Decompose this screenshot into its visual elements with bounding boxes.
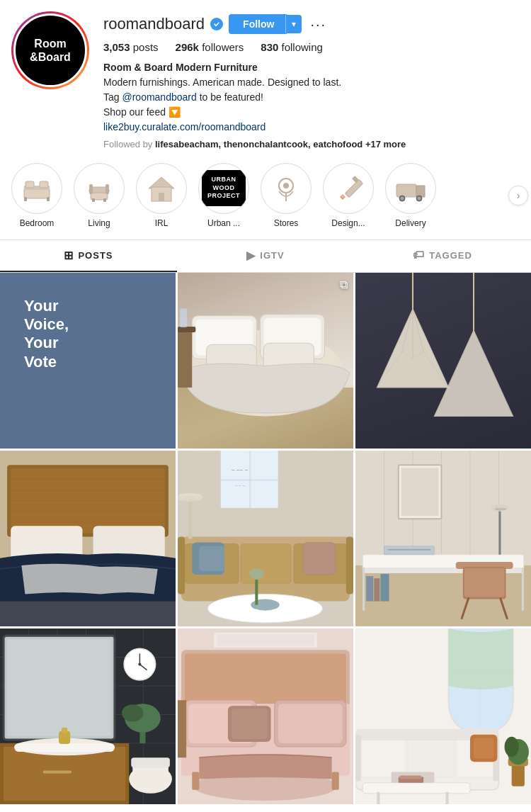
location-icon <box>269 171 303 205</box>
svg-rect-78 <box>199 546 224 570</box>
svg-rect-161 <box>359 737 406 777</box>
svg-rect-10 <box>92 198 95 202</box>
highlight-stores[interactable]: Stores <box>261 163 312 228</box>
username: roomandboard <box>103 15 205 33</box>
highlights-next-arrow[interactable]: › <box>508 186 528 205</box>
grid-item-8[interactable] <box>178 628 353 804</box>
grid-item-4[interactable] <box>0 451 176 626</box>
tab-igtv[interactable]: ▶ IGTV <box>177 240 354 272</box>
avatar-inner: Room&Board <box>13 13 87 87</box>
post-3-image <box>355 273 531 449</box>
following-count: 830 <box>261 41 278 53</box>
svg-point-82 <box>178 492 202 501</box>
post-7-image <box>0 628 176 804</box>
svg-point-139 <box>138 662 141 665</box>
following-stat[interactable]: 830 following <box>261 41 323 53</box>
igtv-icon: ▶ <box>246 249 256 262</box>
tab-tagged-label: TAGGED <box>429 250 472 261</box>
highlight-bedroom[interactable]: Bedroom <box>11 163 62 228</box>
svg-point-111 <box>491 504 508 511</box>
svg-rect-158 <box>332 772 339 789</box>
bio-section: Room & Board Modern Furniture Modern fur… <box>103 60 520 152</box>
grid-item-2[interactable]: ⧉ <box>178 273 353 449</box>
svg-rect-20 <box>396 184 416 197</box>
grid-item-1[interactable]: YourVoice,YourVote <box>0 273 176 449</box>
svg-rect-131 <box>62 727 67 733</box>
grid-item-7[interactable] <box>0 628 176 804</box>
follow-button[interactable]: Follow <box>229 14 288 34</box>
svg-rect-127 <box>7 639 111 736</box>
username-row: roomandboard Follow▾ ··· <box>103 14 520 34</box>
svg-rect-35 <box>178 326 195 332</box>
followed-by-more[interactable]: +17 more <box>365 139 406 150</box>
followers-label: followers <box>202 41 244 53</box>
tab-posts[interactable]: ⊞ POSTS <box>0 240 177 272</box>
grid-item-5[interactable]: ~ ~~ ~ ~ ~ ~ <box>178 451 353 626</box>
posts-stat[interactable]: 3,053 posts <box>103 41 159 53</box>
svg-rect-157 <box>192 772 199 789</box>
svg-rect-4 <box>24 197 27 201</box>
stats-row: 3,053 posts 296k followers 830 following <box>103 41 520 53</box>
svg-rect-9 <box>105 184 109 194</box>
avatar-wrapper[interactable]: Room&Board <box>11 11 89 89</box>
truck-icon <box>394 171 428 205</box>
highlight-living[interactable]: Living <box>74 163 125 228</box>
tab-posts-label: POSTS <box>78 250 113 261</box>
highlight-irl[interactable]: IRL <box>136 163 187 228</box>
svg-rect-75 <box>346 536 353 594</box>
svg-rect-165 <box>355 734 361 781</box>
svg-rect-124 <box>43 770 72 773</box>
follow-dropdown-button[interactable]: ▾ <box>285 15 302 33</box>
svg-rect-168 <box>474 738 493 757</box>
highlight-urban-wood[interactable]: URBANWOODPROJECT Urban ... <box>198 163 249 228</box>
multi-photo-icon: ⧉ <box>340 278 348 291</box>
tagged-icon: 🏷 <box>413 249 425 261</box>
svg-point-134 <box>122 704 143 721</box>
more-options-button[interactable]: ··· <box>307 16 329 33</box>
svg-rect-81 <box>188 495 192 538</box>
bio-line2: Tag @roomandboard to be featured! <box>103 90 520 105</box>
house-icon <box>144 171 178 205</box>
svg-rect-8 <box>89 184 93 194</box>
highlight-design[interactable]: Design... <box>323 163 374 228</box>
tab-tagged[interactable]: 🏷 TAGGED <box>354 240 531 272</box>
svg-rect-93 <box>401 468 439 516</box>
svg-rect-99 <box>366 576 373 601</box>
highlight-urban-wood-text: URBANWOODPROJECT <box>202 170 246 206</box>
following-label: following <box>282 41 323 53</box>
svg-rect-174 <box>400 775 421 779</box>
grid-item-9[interactable] <box>355 628 531 804</box>
svg-rect-5 <box>47 197 50 201</box>
post-6-image <box>355 451 531 626</box>
svg-point-25 <box>418 197 421 200</box>
bed-icon <box>20 171 54 205</box>
followed-by: Followed by lifesabeacham, thenonchalant… <box>103 137 520 152</box>
svg-rect-100 <box>374 578 379 601</box>
svg-rect-146 <box>185 653 346 704</box>
svg-rect-66 <box>221 479 278 480</box>
highlight-bedroom-label: Bedroom <box>20 218 55 228</box>
svg-rect-151 <box>278 704 343 743</box>
highlight-irl-circle <box>136 163 187 214</box>
svg-rect-63 <box>0 601 176 626</box>
posts-count: 3,053 <box>103 41 130 53</box>
svg-rect-0 <box>24 188 50 198</box>
bio-mention[interactable]: @roomandboard <box>122 91 196 103</box>
bio-link[interactable]: like2buy.curalate.com/roomandboard <box>103 121 266 132</box>
svg-rect-14 <box>159 193 164 201</box>
grid-item-3[interactable] <box>355 273 531 449</box>
post-5-image: ~ ~~ ~ ~ ~ ~ <box>178 451 353 626</box>
highlight-delivery[interactable]: Delivery <box>385 163 436 228</box>
svg-text:~ ~ ~: ~ ~ ~ <box>235 483 245 487</box>
checkmark-icon <box>213 21 220 28</box>
highlight-delivery-label: Delivery <box>395 218 426 228</box>
svg-rect-169 <box>362 782 470 793</box>
post-8-image <box>178 628 353 804</box>
svg-rect-129 <box>14 743 115 751</box>
post-2-image <box>178 273 353 449</box>
post-9-image <box>355 628 531 804</box>
profile-info: roomandboard Follow▾ ··· 3,053 posts 296… <box>103 11 520 152</box>
grid-item-6[interactable] <box>355 451 531 626</box>
followed-by-users: lifesabeacham, thenonchalantcook, eatcho… <box>155 139 362 150</box>
followers-stat[interactable]: 296k followers <box>176 41 244 53</box>
